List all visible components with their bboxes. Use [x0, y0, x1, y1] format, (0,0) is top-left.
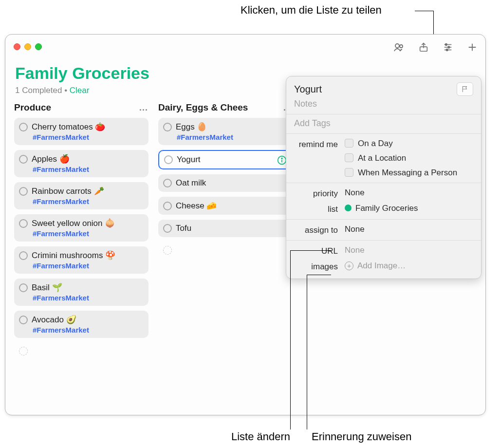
svg-point-4: [445, 44, 447, 46]
item-tag[interactable]: #FarmersMarket: [33, 229, 143, 238]
callout-line: [290, 250, 291, 429]
callout-assign: Erinnerung zuweisen: [312, 430, 411, 443]
fullscreen-window-icon[interactable]: [35, 43, 42, 50]
titlebar: [5, 35, 485, 59]
details-title[interactable]: Yogurt: [294, 84, 322, 95]
checkbox-icon[interactable]: [163, 123, 172, 131]
new-item[interactable]: [14, 343, 148, 359]
column-produce: Produce … Cherry tomatoes 🍅 #FarmersMark…: [14, 102, 148, 364]
share-icon[interactable]: [415, 39, 432, 55]
item-label: Crimini mushrooms 🍄: [32, 250, 115, 261]
svg-point-1: [400, 45, 403, 48]
notes-field[interactable]: Notes: [294, 99, 473, 109]
item-tag[interactable]: #FarmersMarket: [33, 294, 143, 302]
item-label: Rainbow carrots 🥕: [32, 186, 104, 196]
assign-value[interactable]: None: [345, 224, 473, 234]
checkbox-icon[interactable]: [19, 283, 28, 292]
item-label: Basil 🌱: [32, 282, 62, 293]
item-label: Eggs 🥚: [176, 122, 207, 132]
remind-label: remind me: [294, 139, 345, 149]
item-tag[interactable]: #FarmersMarket: [33, 197, 143, 205]
checkbox-icon[interactable]: [164, 155, 173, 164]
item-label: Cheese 🧀: [176, 201, 217, 211]
remind-location-checkbox[interactable]: At a Location: [345, 153, 473, 163]
callout-change-list: Liste ändern: [217, 430, 290, 443]
remind-messaging-checkbox[interactable]: When Messaging a Person: [345, 168, 473, 178]
item-label: Avocado 🥑: [32, 315, 76, 325]
list-item[interactable]: Cherry tomatoes 🍅 #FarmersMarket: [14, 118, 148, 145]
list-settings-icon[interactable]: [440, 39, 456, 55]
url-label: URL: [294, 245, 345, 256]
svg-point-8: [446, 49, 448, 51]
tags-field[interactable]: Add Tags: [294, 118, 473, 129]
checkbox-icon[interactable]: [19, 316, 28, 324]
priority-value[interactable]: None: [345, 188, 473, 198]
add-image-button[interactable]: + Add Image…: [345, 261, 473, 271]
checkbox-icon[interactable]: [19, 155, 28, 164]
collaborate-icon[interactable]: [391, 39, 407, 55]
add-icon[interactable]: [464, 39, 481, 55]
list-value[interactable]: Family Groceries: [345, 204, 473, 213]
minimize-window-icon[interactable]: [24, 43, 31, 50]
item-tag[interactable]: #FarmersMarket: [33, 165, 143, 173]
checkbox-icon[interactable]: [19, 347, 28, 355]
list-item[interactable]: Sweet yellow onion 🧅 #FarmersMarket: [14, 214, 148, 242]
svg-point-13: [281, 158, 282, 159]
list-item[interactable]: Tofu: [158, 220, 293, 237]
completed-count: 1 Completed: [15, 86, 62, 95]
clear-button[interactable]: Clear: [70, 86, 90, 95]
callout-line: [415, 11, 433, 11]
app-window: Family Groceries 1 Completed • Clear Pro…: [5, 34, 486, 415]
column-dairy: Dairy, Eggs & Chees … Eggs 🥚 #FarmersMar…: [158, 102, 293, 364]
checkbox-icon[interactable]: [163, 179, 172, 187]
column-title: Dairy, Eggs & Chees: [158, 102, 248, 113]
item-tag[interactable]: #FarmersMarket: [33, 261, 143, 270]
checkbox-icon[interactable]: [19, 219, 28, 228]
list-item[interactable]: Cheese 🧀: [158, 197, 293, 215]
images-label: images: [294, 261, 345, 272]
list-item[interactable]: Crimini mushrooms 🍄 #FarmersMarket: [14, 246, 148, 274]
plus-circle-icon: +: [345, 261, 353, 270]
remind-day-checkbox[interactable]: On a Day: [345, 139, 473, 149]
checkbox-icon[interactable]: [19, 187, 28, 196]
url-value[interactable]: None: [345, 245, 473, 255]
list-item[interactable]: Avocado 🥑 #FarmersMarket: [14, 311, 148, 338]
item-tag[interactable]: #FarmersMarket: [33, 133, 143, 141]
new-item[interactable]: [158, 242, 293, 259]
column-title: Produce: [14, 102, 51, 113]
list-item[interactable]: Rainbow carrots 🥕 #FarmersMarket: [14, 182, 148, 209]
assign-label: assign to: [294, 224, 345, 235]
column-more-button[interactable]: …: [139, 102, 148, 113]
list-label: list: [294, 204, 345, 214]
callout-line: [307, 275, 331, 275]
list-color-dot-icon: [345, 205, 352, 211]
window-controls[interactable]: [14, 43, 42, 50]
svg-point-6: [448, 46, 450, 48]
callout-line: [307, 275, 307, 429]
info-icon[interactable]: [277, 155, 287, 165]
close-window-icon[interactable]: [14, 43, 20, 50]
details-panel: Yogurt Notes Add Tags remind me On a Day…: [286, 76, 481, 279]
item-tag[interactable]: #FarmersMarket: [33, 326, 143, 334]
checkbox-icon[interactable]: [19, 123, 28, 131]
svg-point-0: [395, 44, 399, 48]
callout-line: [433, 11, 434, 37]
list-item[interactable]: Apples 🍎 #FarmersMarket: [14, 150, 148, 177]
checkbox-icon[interactable]: [163, 202, 172, 210]
list-item[interactable]: Eggs 🥚 #FarmersMarket: [158, 118, 293, 145]
list-item-selected[interactable]: Yogurt: [158, 150, 293, 169]
flag-button[interactable]: [457, 82, 473, 96]
checkbox-icon[interactable]: [163, 224, 172, 233]
checkbox-icon[interactable]: [163, 246, 172, 255]
item-label: Apples 🍎: [32, 154, 70, 164]
item-label: Sweet yellow onion 🧅: [32, 218, 115, 228]
item-label: Oat milk: [176, 178, 206, 188]
priority-label: priority: [294, 188, 345, 199]
checkbox-icon[interactable]: [19, 251, 28, 260]
list-item[interactable]: Basil 🌱 #FarmersMarket: [14, 279, 148, 306]
item-label: Cherry tomatoes 🍅: [32, 122, 105, 132]
toolbar: [391, 39, 481, 55]
list-item[interactable]: Oat milk: [158, 174, 293, 192]
item-tag[interactable]: #FarmersMarket: [177, 133, 287, 141]
item-label: Tofu: [176, 224, 191, 233]
